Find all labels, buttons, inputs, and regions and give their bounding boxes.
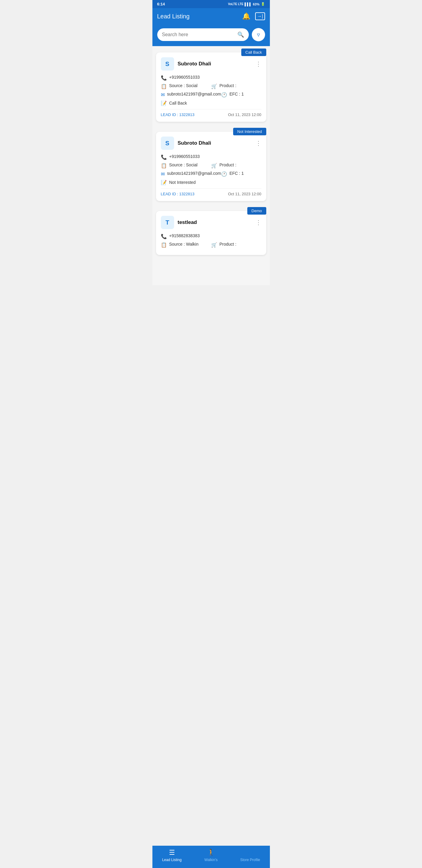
- product-col-2: 🛒 Product :: [211, 162, 261, 171]
- badge-wrap-3: Demo: [156, 207, 266, 215]
- more-options-3[interactable]: ⋮: [255, 219, 261, 226]
- footer-1: LEAD ID : 1322813 Oct 11, 2023 12:00: [161, 113, 261, 117]
- status-icon-1: 📝: [161, 100, 167, 106]
- phone-icon-1: 📞: [161, 75, 167, 81]
- source-col-2: 📋 Source : Social: [161, 162, 211, 171]
- product-1: Product :: [220, 83, 236, 88]
- lead-name-3: testlead: [178, 219, 197, 225]
- email-col-1: ✉ subroto1421997@gmail.com: [161, 92, 221, 100]
- card-2: S Subroto Dhali ⋮ 📞 +919960551033 📋 Sour…: [156, 132, 266, 201]
- avatar-name-2: S Subroto Dhali: [161, 136, 211, 150]
- search-icon: 🔍: [237, 31, 244, 38]
- source-row-3: 📋 Source : Walkin: [161, 242, 211, 248]
- email-icon-2: ✉: [161, 171, 165, 177]
- status-text-1: Call Back: [169, 101, 187, 105]
- status-row-1: 📝 Call Back: [161, 100, 261, 106]
- two-col-1: 📋 Source : Social 🛒 Product :: [161, 83, 261, 92]
- lead-card-3: Demo T testlead ⋮ 📞 +915882838383 📋 Sour…: [156, 207, 266, 255]
- source-row-2: 📋 Source : Social: [161, 162, 211, 168]
- battery-level: 63%: [253, 2, 259, 6]
- efc-icon-1: 🕐: [221, 92, 227, 98]
- source-col-1: 📋 Source : Social: [161, 83, 211, 92]
- source-3: Source : Walkin: [169, 242, 199, 247]
- badge-wrap-1: Call Back: [156, 49, 266, 56]
- two-col-2b: ✉ subroto1421997@gmail.com 🕐 EFC : 1: [161, 171, 261, 179]
- email-row-2: ✉ subroto1421997@gmail.com: [161, 171, 221, 177]
- status-row-2: 📝 Not Interested: [161, 179, 261, 185]
- lead-date-1: Oct 11, 2023 12:00: [228, 113, 261, 117]
- header: Lead Listing 🔔 →|: [153, 8, 270, 24]
- lead-name-2: Subroto Dhali: [178, 140, 211, 146]
- lead-card-1: Call Back S Subroto Dhali ⋮ 📞 +919960551…: [156, 49, 266, 122]
- avatar-1: S: [161, 57, 174, 70]
- efc-row-1: 🕐 EFC : 1: [221, 92, 261, 98]
- status-icon-2: 📝: [161, 180, 167, 185]
- avatar-name-1: S Subroto Dhali: [161, 57, 211, 70]
- search-input[interactable]: [162, 32, 235, 37]
- lead-name-1: Subroto Dhali: [178, 61, 211, 67]
- bell-icon[interactable]: 🔔: [242, 12, 250, 20]
- bars-icon: ▌▌▌: [245, 2, 252, 6]
- phone-3: +915882838383: [169, 233, 200, 238]
- more-options-1[interactable]: ⋮: [255, 60, 261, 67]
- filter-button[interactable]: ▿: [252, 28, 265, 41]
- efc-1: EFC : 1: [230, 92, 244, 96]
- cart-icon-2: 🛒: [211, 163, 217, 168]
- search-input-wrap: 🔍: [157, 28, 249, 41]
- product-row-2: 🛒 Product :: [211, 162, 261, 168]
- source-icon-3: 📋: [161, 242, 167, 248]
- phone-2: +919960551033: [169, 154, 200, 159]
- phone-row-2: 📞 +919960551033: [161, 154, 261, 160]
- status-right: VoLTE LTE ▌▌▌ 63% 🔋: [228, 2, 265, 6]
- efc-2: EFC : 1: [230, 171, 244, 176]
- cart-icon-3: 🛒: [211, 242, 217, 248]
- phone-1: +919960551033: [169, 75, 200, 80]
- filter-icon: ▿: [257, 31, 260, 38]
- card-3: T testlead ⋮ 📞 +915882838383 📋 Source : …: [156, 211, 266, 255]
- email-1: subroto1421997@gmail.com: [167, 92, 221, 96]
- status-badge-3: Demo: [247, 207, 266, 215]
- source-2: Source : Social: [169, 162, 198, 167]
- source-icon-1: 📋: [161, 84, 167, 89]
- product-col-3: 🛒 Product :: [211, 242, 261, 250]
- two-col-3: 📋 Source : Walkin 🛒 Product :: [161, 242, 261, 250]
- product-row-3: 🛒 Product :: [211, 242, 261, 248]
- divider-2: [161, 188, 261, 189]
- efc-row-2: 🕐 EFC : 1: [221, 171, 261, 177]
- email-icon-1: ✉: [161, 92, 165, 98]
- source-1: Source : Social: [169, 83, 198, 88]
- two-col-1b: ✉ subroto1421997@gmail.com 🕐 EFC : 1: [161, 92, 261, 100]
- efc-icon-2: 🕐: [221, 171, 227, 177]
- status-time: 6:14: [157, 2, 165, 6]
- status-badge-2: Not Interested: [233, 128, 266, 135]
- card-header-3: T testlead ⋮: [161, 216, 261, 229]
- footer-2: LEAD ID : 1322813 Oct 11, 2023 12:00: [161, 192, 261, 196]
- two-col-2: 📋 Source : Social 🛒 Product :: [161, 162, 261, 171]
- email-row-1: ✉ subroto1421997@gmail.com: [161, 92, 221, 98]
- card-header-2: S Subroto Dhali ⋮: [161, 136, 261, 150]
- phone-row-3: 📞 +915882838383: [161, 233, 261, 239]
- more-options-2[interactable]: ⋮: [255, 140, 261, 147]
- phone-row-1: 📞 +919960551033: [161, 75, 261, 81]
- source-col-3: 📋 Source : Walkin: [161, 242, 211, 250]
- email-col-2: ✉ subroto1421997@gmail.com: [161, 171, 221, 179]
- search-container: 🔍 ▿: [153, 24, 270, 46]
- email-2: subroto1421997@gmail.com: [167, 171, 221, 176]
- header-icons: 🔔 →|: [242, 12, 265, 20]
- source-row-1: 📋 Source : Social: [161, 83, 211, 89]
- phone-icon-3: 📞: [161, 234, 167, 239]
- product-col-1: 🛒 Product :: [211, 83, 261, 92]
- battery-icon: 🔋: [261, 2, 265, 6]
- source-icon-2: 📋: [161, 163, 167, 168]
- phone-icon-2: 📞: [161, 154, 167, 160]
- card-header-1: S Subroto Dhali ⋮: [161, 57, 261, 70]
- product-2: Product :: [220, 162, 236, 167]
- logout-icon[interactable]: →|: [255, 12, 265, 20]
- cart-icon-1: 🛒: [211, 84, 217, 89]
- lead-id-2: LEAD ID : 1322813: [161, 192, 195, 196]
- avatar-3: T: [161, 216, 174, 229]
- efc-col-1: 🕐 EFC : 1: [221, 92, 261, 100]
- page-title: Lead Listing: [157, 13, 190, 20]
- status-badge-1: Call Back: [241, 49, 266, 56]
- status-bar: 6:14 VoLTE LTE ▌▌▌ 63% 🔋: [153, 0, 270, 8]
